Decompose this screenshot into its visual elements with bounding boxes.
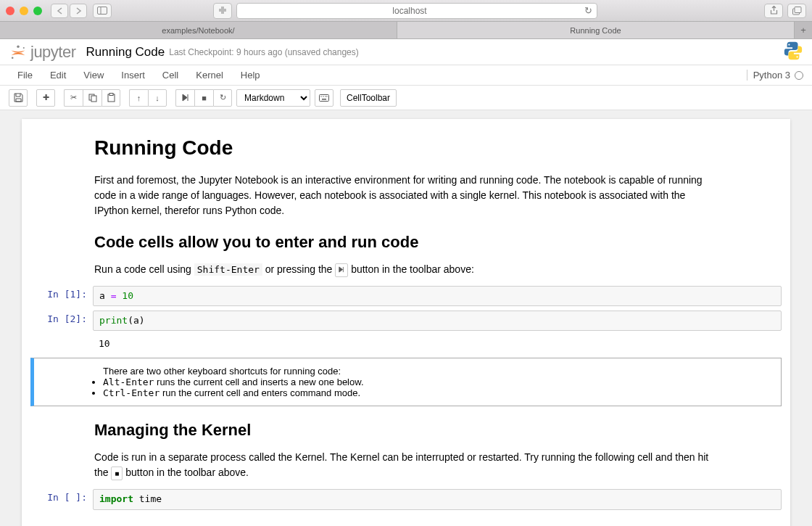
menu-bar: File Edit View Insert Cell Kernel Help P… xyxy=(0,65,812,86)
save-button[interactable] xyxy=(9,89,28,107)
python-logo-icon xyxy=(783,41,803,61)
nav-buttons xyxy=(51,4,87,18)
browser-right-buttons xyxy=(764,4,806,18)
restart-icon: ↻ xyxy=(220,93,226,102)
code-cell-2[interactable]: In [2]: print(a) xyxy=(22,311,790,331)
checkpoint-text: Last Checkpoint: 9 hours ago (unsaved ch… xyxy=(169,47,359,57)
browser-tabs: examples/Notebook/ Running Code + xyxy=(0,22,812,39)
paste-button[interactable] xyxy=(102,89,120,107)
toolbar: ✚ ✂ ↑ ↓ ■ ↻ Markdown CellToolbar xyxy=(0,86,812,110)
input-prompt: In [ ]: xyxy=(30,489,93,509)
jupyter-logo-icon xyxy=(9,43,28,62)
kernel-paragraph: Code is run in a separate process called… xyxy=(94,450,718,480)
svg-point-15 xyxy=(323,96,323,96)
cut-icon: ✂ xyxy=(70,93,77,102)
menu-help[interactable]: Help xyxy=(232,70,269,81)
paste-icon xyxy=(107,93,115,102)
stop-icon: ■ xyxy=(202,94,207,102)
browser-chrome: localhost ↻ xyxy=(0,0,812,22)
url-bar[interactable]: localhost ↻ xyxy=(236,3,597,19)
svg-point-7 xyxy=(788,44,790,45)
svg-point-4 xyxy=(17,45,19,47)
code-cell-3[interactable]: In [ ]: import time xyxy=(22,489,790,509)
menu-view[interactable]: View xyxy=(75,70,112,81)
shortcut-code: Alt-Enter xyxy=(103,377,154,387)
code-input[interactable]: import time xyxy=(93,489,782,509)
intro-paragraph: First and foremost, the Jupyter Notebook… xyxy=(94,173,718,218)
maximize-window-button[interactable] xyxy=(33,7,42,15)
jupyter-logo[interactable]: jupyter xyxy=(9,43,76,62)
browser-tab-running-code[interactable]: Running Code xyxy=(397,22,795,38)
shortcuts-list: Alt-Enter runs the current cell and inse… xyxy=(103,377,708,398)
notebook-name[interactable]: Running Code xyxy=(86,45,165,59)
code-input[interactable]: print(a) xyxy=(93,311,782,331)
svg-point-14 xyxy=(320,96,321,96)
svg-point-17 xyxy=(326,96,327,96)
browser-tab-examples[interactable]: examples/Notebook/ xyxy=(0,22,397,38)
menu-kernel[interactable]: Kernel xyxy=(187,70,232,81)
close-window-button[interactable] xyxy=(6,7,14,15)
up-arrow-icon: ↑ xyxy=(137,94,141,102)
url-text: localhost xyxy=(392,6,426,16)
reload-icon[interactable]: ↻ xyxy=(584,5,592,16)
heading-running-code: Running Code xyxy=(94,136,718,160)
menu-cell[interactable]: Cell xyxy=(154,70,187,81)
stop-button[interactable]: ■ xyxy=(194,89,213,107)
shortcut-code: Shift-Enter xyxy=(194,263,262,276)
markdown-cell[interactable]: Managing the Kernel Code is run in a sep… xyxy=(22,421,790,480)
code-cell-1[interactable]: In [1]: a = 10 xyxy=(22,286,790,306)
svg-rect-10 xyxy=(91,96,96,102)
tab-label: examples/Notebook/ xyxy=(162,26,234,35)
forward-button[interactable] xyxy=(70,4,87,18)
menu-file[interactable]: File xyxy=(9,70,41,81)
tabs-button[interactable] xyxy=(787,4,806,18)
svg-rect-18 xyxy=(322,99,326,100)
markdown-cell-selected[interactable]: There are two other keyboard shortcuts f… xyxy=(30,358,782,406)
menu-insert[interactable]: Insert xyxy=(112,70,154,81)
traffic-lights xyxy=(6,7,42,15)
notebook-container[interactable]: Running Code First and foremost, the Jup… xyxy=(0,110,812,526)
svg-point-16 xyxy=(325,96,326,96)
svg-rect-12 xyxy=(109,94,113,96)
shortcuts-intro: There are two other keyboard shortcuts f… xyxy=(103,366,708,377)
shortcut-code: Ctrl-Enter xyxy=(103,387,160,398)
move-down-button[interactable]: ↓ xyxy=(148,89,167,107)
svg-rect-0 xyxy=(98,7,107,15)
svg-point-5 xyxy=(12,57,14,59)
menu-edit[interactable]: Edit xyxy=(41,70,75,81)
move-up-button[interactable]: ↑ xyxy=(129,89,148,107)
run-button[interactable] xyxy=(175,89,194,107)
code-input[interactable]: a = 10 xyxy=(93,286,782,306)
code-output: 10 xyxy=(93,335,790,352)
run-icon xyxy=(182,94,189,102)
header-right xyxy=(783,41,803,63)
heading-managing-kernel: Managing the Kernel xyxy=(94,421,718,440)
minimize-window-button[interactable] xyxy=(20,7,28,15)
keyboard-icon xyxy=(319,94,329,102)
input-prompt: In [1]: xyxy=(30,286,93,306)
back-button[interactable] xyxy=(51,4,68,18)
down-arrow-icon: ↓ xyxy=(155,94,160,102)
command-palette-button[interactable] xyxy=(315,89,334,107)
kernel-status-icon xyxy=(795,71,803,80)
jupyter-logo-text: jupyter xyxy=(30,43,76,62)
add-cell-button[interactable]: ✚ xyxy=(36,89,55,107)
jupyter-header: jupyter Running Code Last Checkpoint: 9 … xyxy=(0,39,812,65)
plus-icon: ✚ xyxy=(43,93,49,102)
new-tab-button[interactable]: + xyxy=(795,22,812,38)
restart-button[interactable]: ↻ xyxy=(213,89,232,107)
input-prompt: In [2]: xyxy=(30,311,93,331)
share-button[interactable] xyxy=(764,4,783,18)
svg-rect-3 xyxy=(795,7,801,12)
cell-type-select[interactable]: Markdown xyxy=(236,89,310,107)
extensions-button[interactable] xyxy=(213,3,232,19)
list-item: Alt-Enter runs the current cell and inse… xyxy=(103,377,708,387)
kernel-name: Python 3 xyxy=(753,70,790,81)
run-instruction-paragraph: Run a code cell using Shift-Enter or pre… xyxy=(94,262,718,277)
cut-button[interactable]: ✂ xyxy=(64,89,83,107)
sidebar-toggle-button[interactable] xyxy=(93,4,112,18)
kernel-indicator[interactable]: Python 3 xyxy=(747,70,803,81)
cell-toolbar-button[interactable]: CellToolbar xyxy=(340,89,397,107)
copy-button[interactable] xyxy=(83,89,102,107)
markdown-cell[interactable]: Running Code First and foremost, the Jup… xyxy=(22,136,790,277)
